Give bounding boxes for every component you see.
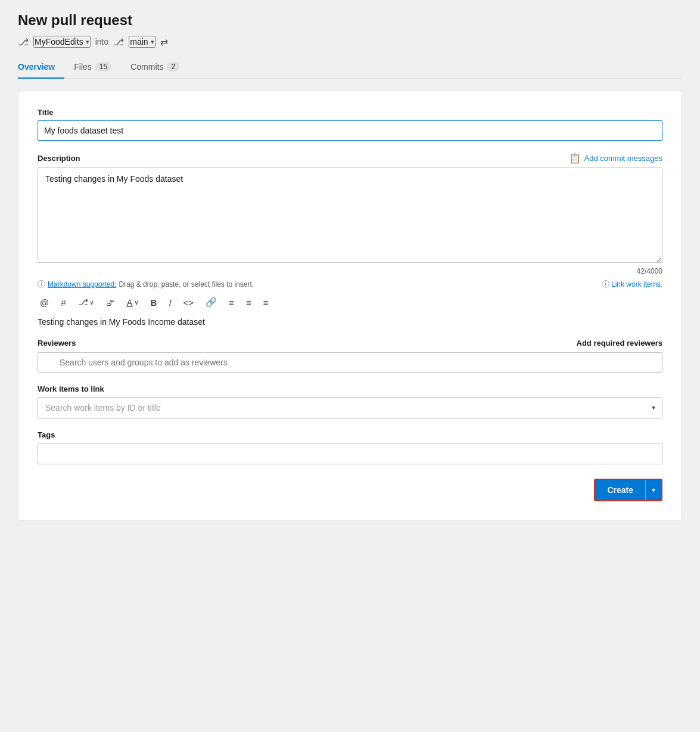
italic-icon: I [169,297,171,308]
format-icon: A [127,297,133,308]
link-work-items-label: Link work items. [611,280,662,289]
description-label: Description [38,154,80,163]
description-header: Description 📋 Add commit messages [38,153,662,164]
link-work-items-info-icon: ⓘ [602,279,609,290]
into-text: into [95,37,109,46]
description-preview: Testing changes in My Foods Income datas… [38,317,662,327]
tab-files-badge: 15 [95,62,111,72]
format-chevron-icon: ∨ [134,299,139,306]
code-icon: <> [183,297,194,308]
hyperlink-icon: 🔗 [206,297,217,308]
reviewer-input-wrapper: 👤 [38,352,662,373]
work-items-field-group: Work items to link Search work items by … [38,384,662,418]
tags-input[interactable] [38,443,662,464]
drag-drop-note: Drag & drop, paste, or select files to i… [119,280,254,289]
markdown-bar: ⓘ Markdown supported. Drag & drop, paste… [38,279,662,290]
source-branch-name: MyFoodEdits [35,37,83,46]
char-count: 42/4000 [38,267,662,275]
create-dropdown-button[interactable]: ▾ [645,480,661,500]
target-branch-chevron-icon: ▾ [151,38,154,46]
mention-icon: @ [40,297,49,308]
attach-icon: 🖇 [106,297,115,308]
branch-link-icon: ⎇ [78,297,88,308]
branch-link-chevron-icon: ∨ [89,299,94,306]
title-label: Title [38,108,662,117]
toolbar-format-button[interactable]: A ∨ [125,296,141,309]
reviewers-header: Reviewers Add required reviewers [38,339,662,348]
source-branch-icon: ⎇ [18,36,29,48]
toolbar-hyperlink-button[interactable]: 🔗 [203,296,219,309]
create-dropdown-chevron-icon: ▾ [652,486,655,494]
branch-selector: ⎇ MyFoodEdits ▾ into ⎇ main ▾ ⇄ [18,36,682,48]
tags-field-group: Tags [38,430,662,464]
description-textarea[interactable]: Testing changes in My Foods dataset [38,168,662,263]
work-items-select[interactable]: Search work items by ID or title [38,397,662,418]
tab-overview-label: Overview [18,62,55,72]
tab-commits[interactable]: Commits 2 [121,57,189,79]
main-card: Title Description 📋 Add commit messages … [18,91,682,521]
link-work-items-link[interactable]: ⓘ Link work items. [602,279,662,290]
tabs-bar: Overview Files 15 Commits 2 [18,57,682,79]
toolbar-code-button[interactable]: <> [181,296,197,309]
target-branch-button[interactable]: main ▾ [129,36,155,48]
tab-files[interactable]: Files 15 [64,57,121,79]
tab-commits-badge: 2 [167,62,179,72]
toolbar-mention-button[interactable]: @ [38,296,51,309]
reviewers-label: Reviewers [38,339,76,348]
create-button[interactable]: Create [595,480,645,500]
add-commit-messages-button[interactable]: 📋 Add commit messages [569,153,663,164]
page-title: New pull request [18,12,682,29]
description-field-group: Description 📋 Add commit messages Testin… [38,153,662,327]
toolbar-numbered-button[interactable]: ≡ [244,296,254,309]
tab-overview[interactable]: Overview [18,57,64,79]
add-commit-label: Add commit messages [584,154,663,163]
work-items-input-wrapper: Search work items by ID or title ▾ [38,397,662,418]
reviewer-search-input[interactable] [38,352,662,373]
toolbar-bold-button[interactable]: B [148,296,160,309]
title-input[interactable] [38,120,662,141]
tab-commits-label: Commits [130,62,163,72]
reviewers-field-group: Reviewers Add required reviewers 👤 [38,339,662,373]
toolbar-hash-button[interactable]: # [58,296,68,309]
description-toolbar: @ # ⎇ ∨ 🖇 A ∨ B I <> [38,296,662,309]
source-branch-chevron-icon: ▾ [86,38,89,46]
numbered-list-icon: ≡ [246,297,251,308]
swap-branches-icon[interactable]: ⇄ [160,36,168,48]
markdown-supported-link[interactable]: Markdown supported. [48,280,116,289]
source-branch-button[interactable]: MyFoodEdits ▾ [33,36,91,48]
toolbar-attach-button[interactable]: 🖇 [104,296,117,309]
toolbar-bullets-button[interactable]: ≡ [226,296,237,309]
work-items-label: Work items to link [38,384,662,393]
target-branch-icon: ⎇ [113,36,124,48]
hash-icon: # [61,297,66,308]
clipboard-icon: 📋 [569,153,581,164]
tags-label: Tags [38,430,662,439]
toolbar-branch-link-button[interactable]: ⎇ ∨ [76,296,97,309]
target-branch-name: main [130,37,148,46]
toolbar-tasklist-button[interactable]: ≡ [261,296,271,309]
tab-files-label: Files [74,62,92,72]
title-field-group: Title [38,108,662,141]
toolbar-italic-button[interactable]: I [166,296,173,309]
info-icon: ⓘ [38,279,45,290]
task-list-icon: ≡ [263,297,269,308]
add-required-reviewers-link[interactable]: Add required reviewers [577,339,663,348]
footer-row: Create ▾ [38,479,662,501]
markdown-info: ⓘ Markdown supported. Drag & drop, paste… [38,279,254,290]
bold-icon: B [151,297,157,308]
create-button-group: Create ▾ [594,479,662,501]
bullet-list-icon: ≡ [229,297,234,308]
